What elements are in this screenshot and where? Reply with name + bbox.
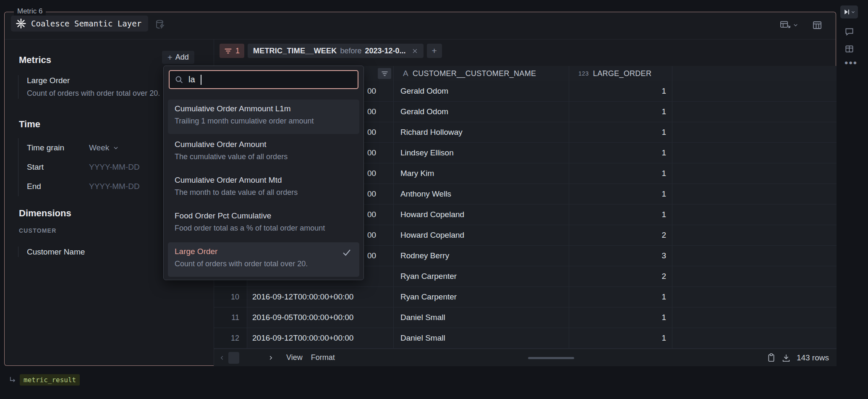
large-order-cell: 1 <box>569 328 672 348</box>
chevron-down-icon <box>113 145 119 151</box>
metric-options-list: Cumulative Order Ammount L1m Trailing 1 … <box>164 100 363 278</box>
dimension-item-label: Customer Name <box>27 247 85 257</box>
table-row[interactable]: 10 2016-09-12T00:00:00+00:00 Ryan Carpen… <box>214 287 837 307</box>
prev-page-icon[interactable] <box>217 355 227 361</box>
metric-search-dropdown: la Cumulative Order Ammount L1m Trailing… <box>163 66 364 280</box>
metric-option-description: The cumulative value of all orders <box>175 152 353 162</box>
filler-cell <box>672 184 837 204</box>
filter-count: 1 <box>235 47 240 55</box>
metric-search-input[interactable]: la <box>169 70 358 89</box>
filter-count-badge[interactable]: 1 <box>220 44 244 58</box>
filter-field: METRIC_TIME__WEEK <box>253 47 337 55</box>
notebook-cell: Metric 6 Coalesce Semantic Layer <box>4 12 836 366</box>
dimension-item[interactable]: Customer Name <box>18 247 85 257</box>
page-number-button[interactable] <box>228 352 239 364</box>
filler-cell <box>672 225 837 245</box>
table-row[interactable]: 11 2016-09-05T00:00:00+00:00 Daniel Smal… <box>214 307 837 328</box>
metric-option-title: Cumulative Order Amount Mtd <box>175 175 353 185</box>
metric-option[interactable]: Cumulative Order Amount The cumulative v… <box>168 135 359 170</box>
data-settings-button[interactable] <box>812 20 822 30</box>
customer-name-cell: Gerald Odom <box>394 102 569 122</box>
view-menu-button[interactable]: View <box>286 353 303 362</box>
filter-operator: before <box>340 47 361 55</box>
table-footer: View Format <box>214 349 837 366</box>
metric-option-title: Food Order Pct Cumulative <box>175 211 353 221</box>
metric-option[interactable]: Food Order Pct Cumulative Food order tot… <box>168 207 359 241</box>
metric-option-title: Cumulative Order Ammount L1m <box>175 104 353 114</box>
run-options-chevron-icon <box>851 10 855 14</box>
column-filter-icon[interactable] <box>378 68 391 79</box>
metric-option-description: Count of orders with order total over 20… <box>175 259 353 269</box>
horizontal-scrollbar-thumb[interactable] <box>528 357 574 359</box>
customer-name-cell: Anthony Wells <box>394 184 569 204</box>
chevron-down-icon <box>793 22 798 28</box>
output-variable-row: metric_result <box>8 374 80 386</box>
remove-filter-icon[interactable] <box>412 48 418 54</box>
row-count: 143 rows <box>797 353 829 362</box>
metric-option-title: Cumulative Order Amount <box>175 139 353 150</box>
text-type-icon: A <box>403 69 408 78</box>
customer-column-header[interactable]: A CUSTOMER__CUSTOMER_NAME <box>394 66 569 81</box>
data-columns-icon <box>812 20 822 30</box>
metric-option[interactable]: Cumulative Order Amount Mtd The month to… <box>168 171 359 205</box>
end-label: End <box>27 182 89 191</box>
run-cell-button[interactable] <box>840 5 858 18</box>
customer-name-cell: Ryan Carpenter <box>394 266 569 286</box>
search-query-text: la <box>188 75 195 84</box>
filler-cell <box>672 266 837 286</box>
end-date-input[interactable]: YYYY-MM-DD <box>89 182 140 191</box>
data-source-bolt-icon[interactable] <box>154 19 166 30</box>
output-variable-name[interactable]: metric_result <box>20 374 80 386</box>
page-number-button[interactable] <box>254 352 264 364</box>
text-caret <box>201 75 201 85</box>
large-order-cell: 1 <box>569 143 672 163</box>
filter-icon <box>224 47 232 55</box>
metric-option[interactable]: Large Order Count of orders with order t… <box>168 242 359 277</box>
semantic-layer-source-chip[interactable]: Coalesce Semantic Layer <box>11 16 148 32</box>
filter-chip[interactable]: METRIC_TIME__WEEK before 2023-12-0... <box>248 44 424 58</box>
time-heading: Time <box>19 119 40 130</box>
comment-icon[interactable] <box>844 27 854 37</box>
view-switcher[interactable] <box>780 20 798 29</box>
download-icon[interactable] <box>782 353 791 362</box>
customer-name-cell: Gerald Odom <box>394 81 569 101</box>
cell-title: Metric 6 <box>14 7 46 16</box>
time-grain-value: Week <box>89 143 109 152</box>
large-order-cell: 2 <box>569 266 672 286</box>
large-order-column-title: LARGE_ORDER <box>593 69 651 78</box>
metric-name: Large Order <box>27 75 160 86</box>
start-date-input[interactable]: YYYY-MM-DD <box>89 163 140 172</box>
customer-name-cell: Daniel Small <box>394 328 569 348</box>
return-arrow-icon <box>8 376 16 384</box>
format-menu-button[interactable]: Format <box>311 353 335 362</box>
large-order-cell: 1 <box>569 163 672 184</box>
add-metric-button[interactable]: + Add <box>162 51 194 64</box>
add-filter-button[interactable]: + <box>427 44 442 58</box>
more-options-icon[interactable]: ••• <box>844 57 858 69</box>
selected-metric-item[interactable]: Large Order Count of orders with order t… <box>18 75 160 99</box>
table-grid-icon[interactable] <box>844 44 854 54</box>
next-page-icon[interactable] <box>266 355 275 361</box>
time-grain-select[interactable]: Week <box>89 143 119 152</box>
search-icon <box>175 75 183 84</box>
run-play-icon <box>843 8 850 16</box>
plus-icon: + <box>167 53 173 62</box>
customer-name-cell: Mary Kim <box>394 163 569 184</box>
filler-cell <box>672 143 837 163</box>
date-cell: 2016-09-05T00:00:00+00:00 <box>247 307 394 328</box>
footer-right-group: 143 rows <box>767 349 829 366</box>
page-number-button[interactable] <box>241 352 252 364</box>
metric-option[interactable]: Cumulative Order Ammount L1m Trailing 1 … <box>168 100 359 134</box>
metric-option-description: Trailing 1 month cumulative order amount <box>175 116 353 126</box>
copy-table-icon[interactable] <box>767 353 776 362</box>
filler-cell <box>672 205 837 225</box>
filter-value: 2023-12-0... <box>365 47 406 55</box>
customer-name-cell: Rodney Berry <box>394 246 569 266</box>
filler-cell <box>672 163 837 184</box>
metric-option-title: Large Order <box>175 247 353 257</box>
table-row[interactable]: 12 2016-09-12T00:00:00+00:00 Daniel Smal… <box>214 328 837 349</box>
filler-cell <box>672 246 837 266</box>
large-order-column-header[interactable]: 123 LARGE_ORDER <box>569 66 672 81</box>
time-grain-label: Time grain <box>27 143 89 152</box>
time-settings-group: Time grain Week Start YYYY-MM-DD End YYY… <box>18 138 140 196</box>
